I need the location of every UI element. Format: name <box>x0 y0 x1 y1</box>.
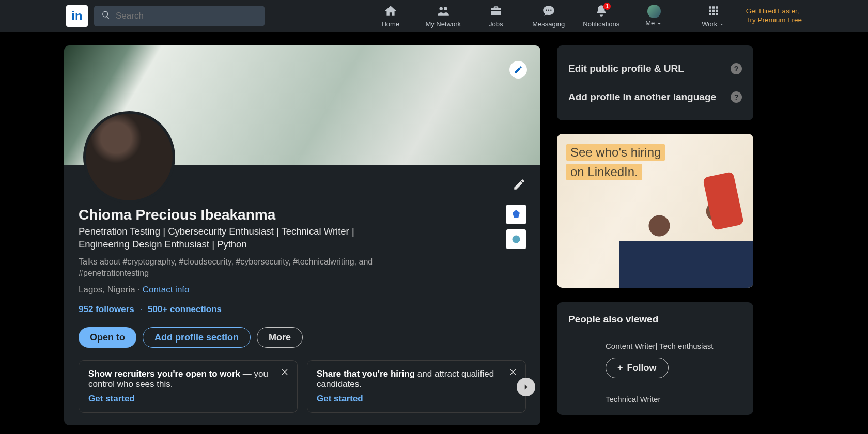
nav-label: Messaging <box>532 20 565 28</box>
profile-settings-card: Edit public profile & URL ? Add profile … <box>557 45 753 120</box>
side-row-label: Add profile in another language <box>568 91 716 103</box>
org-badge[interactable] <box>506 229 526 249</box>
edit-intro-button[interactable] <box>513 178 526 193</box>
premium-line: Try Premium Free <box>746 16 802 25</box>
pav-title: People also viewed <box>568 314 742 325</box>
add-profile-language[interactable]: Add profile in another language ? <box>568 83 742 111</box>
followers-link[interactable]: 952 followers <box>79 304 134 314</box>
follow-button[interactable]: + Follow <box>606 358 669 378</box>
svg-point-0 <box>512 235 520 243</box>
nav-jobs[interactable]: Jobs <box>470 0 522 32</box>
promo-cta[interactable]: Get started <box>317 394 363 404</box>
connections-link[interactable]: 500+ connections <box>148 304 222 314</box>
bird-icon <box>510 208 522 221</box>
grid-icon <box>707 4 720 19</box>
chevron-right-icon <box>521 382 531 392</box>
ad-headline: See who's hiring <box>566 144 665 161</box>
nav-divider <box>684 5 684 27</box>
pav-item[interactable]: Content Writer| Tech enthusiast + Follow <box>568 342 742 378</box>
nav-label: Work <box>702 20 725 28</box>
premium-upsell[interactable]: Get Hired Faster, Try Premium Free <box>746 7 802 25</box>
stats-row: 952 followers · 500+ connections <box>79 304 526 315</box>
nav-label: Jobs <box>489 20 503 28</box>
profile-location: Lagos, Nigeria <box>79 285 135 295</box>
help-icon[interactable]: ? <box>731 91 742 103</box>
avatar-icon <box>647 5 661 18</box>
premium-line: Get Hired Faster, <box>746 7 802 16</box>
nav-notifications[interactable]: 1 Notifications <box>575 0 628 32</box>
page-body: Chioma Precious Ibeakanma Penetration Te… <box>0 32 868 425</box>
ad-card[interactable]: See who's hiring on LinkedIn. <box>557 134 753 288</box>
pencil-icon <box>513 178 526 191</box>
profile-name: Chioma Precious Ibeakanma <box>79 207 526 223</box>
nav-label: Home <box>381 20 399 28</box>
nav-label: Me <box>645 19 662 27</box>
pav-subtitle: Technical Writer <box>606 395 742 404</box>
search-icon <box>101 10 111 22</box>
nav-work[interactable]: Work <box>687 0 740 32</box>
promo-text: Share that you're hiring and attract qua… <box>317 369 516 390</box>
help-icon[interactable]: ? <box>731 63 742 74</box>
notification-badge: 1 <box>603 2 611 10</box>
contact-info-link[interactable]: Contact info <box>143 285 190 295</box>
nav-network[interactable]: My Network <box>417 0 470 32</box>
profile-card: Chioma Precious Ibeakanma Penetration Te… <box>64 45 540 425</box>
profile-body: Chioma Precious Ibeakanma Penetration Te… <box>64 165 540 425</box>
side-row-label: Edit public profile & URL <box>568 63 684 74</box>
promo-open-to-work: Show recruiters you're open to work — yo… <box>79 360 298 413</box>
org-badges <box>506 205 526 249</box>
edit-cover-button[interactable] <box>509 61 527 79</box>
plus-icon: + <box>617 363 623 374</box>
carousel-next-button[interactable] <box>517 378 535 396</box>
nav-label: Notifications <box>583 20 619 28</box>
open-to-button[interactable]: Open to <box>79 327 136 348</box>
close-button[interactable] <box>508 367 518 379</box>
close-icon <box>280 367 290 377</box>
profile-talks-about: Talks about #cryptography, #cloudsecurit… <box>79 256 378 278</box>
promo-text: Show recruiters you're open to work — yo… <box>88 369 288 390</box>
people-icon <box>437 4 450 19</box>
promo-row: Show recruiters you're open to work — yo… <box>79 360 526 413</box>
follow-label: Follow <box>627 363 657 374</box>
close-button[interactable] <box>280 367 290 379</box>
people-also-viewed-card: People also viewed Content Writer| Tech … <box>557 302 753 415</box>
edit-public-profile[interactable]: Edit public profile & URL ? <box>568 55 742 83</box>
nav-me[interactable]: Me <box>628 0 680 32</box>
more-button[interactable]: More <box>257 327 303 348</box>
pav-subtitle: Content Writer| Tech enthusiast <box>606 342 742 350</box>
promo-cta[interactable]: Get started <box>88 394 135 404</box>
pav-item[interactable]: Technical Writer <box>568 395 742 404</box>
promo-hiring: Share that you're hiring and attract qua… <box>307 360 526 413</box>
search-input[interactable] <box>116 11 257 21</box>
search-box[interactable] <box>94 6 265 26</box>
nav-label: My Network <box>425 20 461 28</box>
side-column: Edit public profile & URL ? Add profile … <box>557 45 753 425</box>
main-column: Chioma Precious Ibeakanma Penetration Te… <box>64 45 540 425</box>
chevron-down-icon <box>719 20 725 28</box>
top-nav: in Home My Network Jobs Messaging 1 Noti… <box>0 0 868 32</box>
linkedin-logo[interactable]: in <box>66 5 88 27</box>
nav-messaging[interactable]: Messaging <box>522 0 575 32</box>
org-badge[interactable] <box>506 205 526 224</box>
add-section-button[interactable]: Add profile section <box>143 327 251 348</box>
crab-icon <box>509 233 523 246</box>
briefcase-icon <box>489 4 503 19</box>
ad-headline: on LinkedIn. <box>566 164 642 180</box>
close-icon <box>508 367 518 377</box>
home-icon <box>384 4 397 19</box>
nav-items: Home My Network Jobs Messaging 1 Notific… <box>364 0 802 32</box>
location-row: Lagos, Nigeria · Contact info <box>79 285 526 295</box>
nav-home[interactable]: Home <box>364 0 417 32</box>
profile-actions: Open to Add profile section More <box>79 327 526 348</box>
pencil-icon <box>514 65 523 74</box>
profile-headline: Penetration Testing | Cybersecurity Enth… <box>79 225 368 251</box>
message-icon <box>542 4 555 19</box>
chevron-down-icon <box>656 19 662 27</box>
